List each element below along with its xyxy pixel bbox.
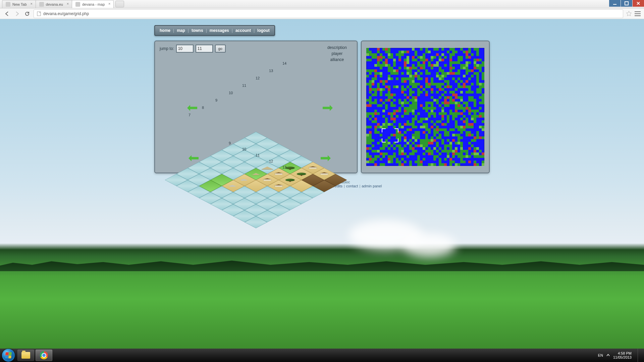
browser-tabstrip: New Tab×devana.eu×devana - map× <box>0 0 644 8</box>
map-tile[interactable] <box>233 210 256 222</box>
window-controls <box>609 0 644 7</box>
hut-icon <box>309 167 317 169</box>
map-tile[interactable] <box>290 180 313 192</box>
jump-x-input[interactable] <box>176 45 194 53</box>
info-description: description <box>327 45 347 51</box>
tab-title: New Tab <box>12 2 27 6</box>
windows-taskbar: EN 4:58 PM 11/05/2013 <box>0 349 644 362</box>
map-tile[interactable] <box>199 192 222 204</box>
minimap-viewbox <box>382 128 398 142</box>
map-panel: jump to: go description player alliance <box>154 41 358 173</box>
map-tile[interactable] <box>210 186 233 198</box>
tab-close-icon[interactable]: × <box>30 2 34 6</box>
map-tile[interactable] <box>222 192 245 204</box>
map-tile[interactable] <box>267 204 290 216</box>
coord-label: 12 <box>256 76 260 80</box>
window-minimize[interactable] <box>609 0 621 7</box>
svg-rect-2 <box>37 12 41 16</box>
map-tile[interactable] <box>245 180 267 192</box>
window-close[interactable] <box>633 0 644 7</box>
tray-expand-icon[interactable] <box>606 354 610 357</box>
coord-label: 13 <box>269 69 273 73</box>
window-maximize[interactable] <box>621 0 632 7</box>
chrome-icon <box>40 351 48 359</box>
coord-label: 14 <box>282 61 286 65</box>
tile-info: description player alliance <box>327 45 347 63</box>
browser-tab-1[interactable]: devana.eu× <box>36 0 72 8</box>
game-content: home|map|towns|messages|account|logout j… <box>154 19 490 188</box>
jump-go-button[interactable]: go <box>215 45 226 53</box>
chrome-menu-icon[interactable] <box>635 11 641 16</box>
map-tile[interactable] <box>256 210 279 222</box>
footer-link-admin-panel[interactable]: admin panel <box>362 184 382 188</box>
nav-logout[interactable]: logout <box>255 28 272 33</box>
address-bar[interactable]: devana.eu/game/grid.php <box>34 9 623 18</box>
start-button[interactable] <box>2 349 15 362</box>
map-tile[interactable] <box>233 198 256 210</box>
coord-label: 9 <box>215 98 217 102</box>
new-tab-button[interactable] <box>115 1 124 7</box>
mountain-icon <box>252 173 260 175</box>
minimap[interactable] <box>366 48 484 166</box>
scroll-ne-arrow[interactable] <box>323 105 333 111</box>
map-tile[interactable] <box>267 180 290 192</box>
map-tile[interactable] <box>245 216 267 228</box>
browser-tab-0[interactable]: New Tab× <box>2 0 36 8</box>
map-tile[interactable] <box>267 192 290 204</box>
tray-language[interactable]: EN <box>598 353 603 357</box>
browser-toolbar: devana.eu/game/grid.php <box>0 8 644 19</box>
tab-close-icon[interactable]: × <box>66 2 70 6</box>
map-tile[interactable] <box>222 180 245 192</box>
map-tile[interactable] <box>279 186 302 198</box>
reload-button[interactable] <box>23 10 31 17</box>
map-tile[interactable] <box>245 204 267 216</box>
map-tile[interactable] <box>199 180 222 192</box>
taskbar-explorer[interactable] <box>17 350 34 361</box>
tab-title: devana.eu <box>46 2 63 6</box>
bookmark-star-icon[interactable] <box>626 11 632 17</box>
map-tile[interactable] <box>279 198 302 210</box>
url-text: devana.eu/game/grid.php <box>43 11 89 16</box>
browser-tab-2[interactable]: devana - map× <box>72 0 114 8</box>
svg-rect-0 <box>613 4 616 5</box>
nav-towns[interactable]: towns <box>190 28 205 33</box>
taskbar-chrome[interactable] <box>36 350 52 361</box>
svg-rect-1 <box>625 2 628 5</box>
tab-close-icon[interactable]: × <box>107 2 111 6</box>
favicon <box>75 2 80 7</box>
nav-messages[interactable]: messages <box>208 28 231 33</box>
jump-y-input[interactable] <box>196 45 213 53</box>
game-nav: home|map|towns|messages|account|logout <box>154 25 275 36</box>
rocks-icon <box>240 179 249 181</box>
map-tile[interactable] <box>256 198 279 210</box>
favicon <box>39 2 44 7</box>
map-tile[interactable] <box>256 186 279 198</box>
page-icon <box>37 11 41 16</box>
hut-icon <box>263 179 271 181</box>
map-tile[interactable] <box>245 192 267 204</box>
map-tile[interactable] <box>210 198 233 210</box>
hut-icon <box>275 185 283 187</box>
coord-label: 11 <box>242 83 246 87</box>
nav-account[interactable]: account <box>233 28 253 33</box>
show-desktop-button[interactable] <box>638 349 641 362</box>
back-button[interactable] <box>3 10 11 17</box>
coord-label: 8 <box>202 106 204 110</box>
jump-label: jump to: <box>160 46 174 51</box>
jump-form: jump to: go <box>160 45 226 53</box>
nav-home[interactable]: home <box>158 28 172 33</box>
footer-link-contact[interactable]: contact <box>346 184 358 188</box>
tab-title: devana - map <box>82 2 105 6</box>
nav-map[interactable]: map <box>175 28 187 33</box>
map-tile[interactable] <box>233 186 256 198</box>
info-player: player <box>327 51 347 57</box>
scroll-se-arrow[interactable] <box>321 155 331 161</box>
scroll-nw-arrow[interactable] <box>187 105 197 111</box>
system-tray: EN 4:58 PM 11/05/2013 <box>595 349 644 362</box>
map-tile[interactable] <box>290 192 313 204</box>
forward-button[interactable] <box>13 10 21 17</box>
hut-icon <box>275 173 283 175</box>
tray-clock[interactable]: 4:58 PM 11/05/2013 <box>613 351 634 359</box>
hut-icon <box>320 173 328 175</box>
map-tile[interactable] <box>222 204 245 216</box>
